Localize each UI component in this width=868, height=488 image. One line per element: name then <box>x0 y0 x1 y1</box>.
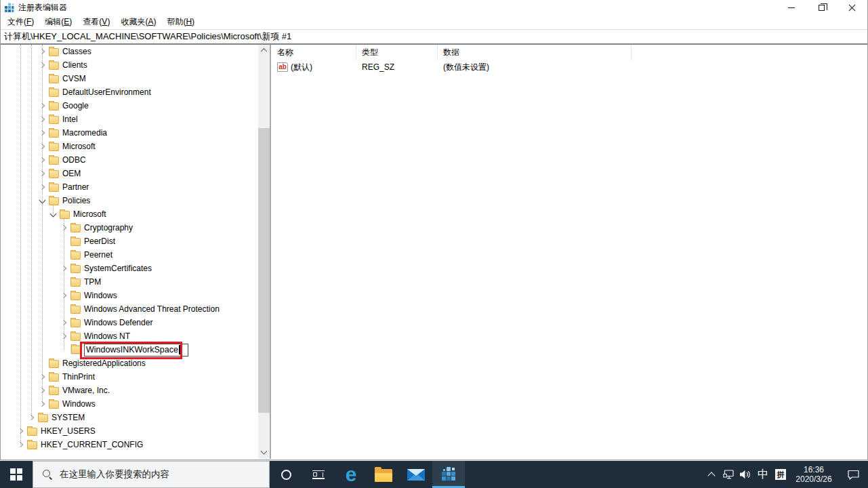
chevron-right-icon[interactable] <box>39 183 47 191</box>
tree-item[interactable]: Microsoft <box>1 207 270 221</box>
menu-view[interactable]: 查看(V) <box>77 15 115 29</box>
chevron-right-icon[interactable] <box>39 169 47 178</box>
folder-icon <box>49 197 59 205</box>
file-explorer-icon <box>375 469 392 482</box>
tree-item[interactable]: SystemCertificates <box>1 262 270 275</box>
close-button[interactable] <box>837 0 867 15</box>
chevron-right-icon[interactable] <box>39 400 47 408</box>
chevron-right-icon[interactable] <box>17 427 25 435</box>
tree-item[interactable]: HKEY_USERS <box>1 424 270 438</box>
tree-item[interactable]: ThinPrint <box>1 370 270 384</box>
chevron-placeholder <box>39 75 47 83</box>
chevron-right-icon[interactable] <box>39 102 47 110</box>
chevron-right-icon[interactable] <box>60 332 68 340</box>
scrollbar-thumb[interactable] <box>258 128 270 413</box>
minimize-button[interactable] <box>776 0 806 15</box>
tree-item[interactable]: CVSM <box>1 72 270 85</box>
scroll-up-button[interactable] <box>258 45 270 56</box>
tree-item[interactable]: Microsoft <box>1 140 270 153</box>
chevron-right-icon[interactable] <box>28 413 36 422</box>
task-view-button[interactable] <box>302 461 335 488</box>
chevron-placeholder <box>60 305 68 313</box>
tree-item[interactable]: Google <box>1 99 270 113</box>
chevron-right-icon[interactable] <box>60 224 68 232</box>
chevron-right-icon[interactable] <box>60 264 68 272</box>
action-center-button[interactable] <box>838 461 868 488</box>
chevron-right-icon[interactable] <box>39 115 47 123</box>
tree-item[interactable]: Intel <box>1 113 270 126</box>
chevron-down-icon[interactable] <box>39 197 47 205</box>
tree-item[interactable]: Windows <box>1 289 270 302</box>
tree-item[interactable]: Windows Defender <box>1 316 270 329</box>
tree-scrollbar[interactable] <box>258 45 270 459</box>
chevron-right-icon[interactable] <box>39 142 47 150</box>
chevron-placeholder <box>39 88 47 96</box>
tree-item[interactable]: Macromedia <box>1 126 270 140</box>
menu-favorites[interactable]: 收藏夹(A) <box>115 15 161 29</box>
tree-item[interactable]: Cryptography <box>1 221 270 235</box>
tree-item[interactable]: Windows NT <box>1 329 270 343</box>
tree-item[interactable]: Policies <box>1 194 270 207</box>
cortana-button[interactable] <box>270 461 302 488</box>
chevron-down-icon[interactable] <box>49 210 58 218</box>
folder-icon <box>38 414 48 422</box>
tree-item[interactable]: Windows <box>1 397 270 411</box>
tree-item[interactable]: Peernet <box>1 248 270 262</box>
folder-icon <box>49 170 59 178</box>
file-explorer-button[interactable] <box>367 461 400 488</box>
network-button[interactable] <box>720 461 737 488</box>
tree-item-renaming[interactable]: WindowsINKWorkSpace <box>1 343 270 357</box>
taskbar-clock[interactable]: 16:36 2020/3/26 <box>789 461 838 488</box>
folder-icon <box>49 387 59 395</box>
tree-item[interactable]: Clients <box>1 58 270 72</box>
column-header-data[interactable]: 数据 <box>438 45 632 60</box>
tree-item[interactable]: DefaultUserEnvironment <box>1 85 270 99</box>
mail-button[interactable] <box>400 461 432 488</box>
tray-expand-button[interactable] <box>703 461 720 488</box>
edge-icon: e <box>346 465 357 484</box>
tree-item[interactable]: TPM <box>1 275 270 289</box>
menu-edit[interactable]: 编辑(E) <box>39 15 77 29</box>
tree-item[interactable]: PeerDist <box>1 235 270 248</box>
chevron-right-icon[interactable] <box>39 129 47 137</box>
ime-mode-button[interactable]: 拼 <box>772 461 789 488</box>
folder-icon <box>70 279 81 287</box>
tree-item[interactable]: VMware, Inc. <box>1 384 270 397</box>
tree-item[interactable]: SYSTEM <box>1 411 270 424</box>
tree-item[interactable]: RegisteredApplications <box>1 357 270 370</box>
chevron-right-icon[interactable] <box>39 47 47 56</box>
tree-item[interactable]: OEM <box>1 167 270 180</box>
tree-item[interactable]: Partner <box>1 180 270 194</box>
chevron-right-icon[interactable] <box>39 156 47 164</box>
tree-item[interactable]: Windows Advanced Threat Protection <box>1 302 270 316</box>
volume-button[interactable] <box>737 461 754 488</box>
rename-edit-box[interactable]: WindowsINKWorkSpace <box>84 344 188 357</box>
folder-icon <box>70 265 81 273</box>
menu-help[interactable]: 帮助(H) <box>161 15 200 29</box>
start-button[interactable] <box>0 461 33 488</box>
edge-button[interactable]: e <box>335 461 367 488</box>
folder-icon <box>49 157 59 165</box>
folder-icon <box>49 401 59 409</box>
column-header-name[interactable]: 名称 <box>271 45 356 60</box>
tree-item[interactable]: HKEY_CURRENT_CONFIG <box>1 438 270 451</box>
tree-item[interactable]: Classes <box>1 45 270 58</box>
maximize-button[interactable] <box>806 0 837 15</box>
ime-language-button[interactable]: 中 <box>754 461 772 488</box>
column-header-type[interactable]: 类型 <box>356 45 438 60</box>
chevron-up-icon <box>707 472 715 479</box>
menu-file[interactable]: 文件(F) <box>2 15 39 29</box>
scroll-down-button[interactable] <box>258 447 270 459</box>
address-bar[interactable]: 计算机\HKEY_LOCAL_MACHINE\SOFTWARE\Policies… <box>1 29 867 45</box>
taskbar-search-box[interactable]: 在这里输入你要搜索的内容 <box>33 461 270 488</box>
folder-icon <box>49 75 59 83</box>
regedit-taskbar-button[interactable] <box>432 461 465 488</box>
chevron-right-icon[interactable] <box>39 373 47 381</box>
chevron-right-icon[interactable] <box>39 386 47 394</box>
chevron-right-icon[interactable] <box>17 441 25 449</box>
chevron-right-icon[interactable] <box>39 61 47 69</box>
tree-item[interactable]: ODBC <box>1 153 270 167</box>
chevron-right-icon[interactable] <box>60 291 68 300</box>
chevron-right-icon[interactable] <box>60 319 68 327</box>
value-row[interactable]: ab (默认) REG_SZ (数值未设置) <box>271 60 867 74</box>
